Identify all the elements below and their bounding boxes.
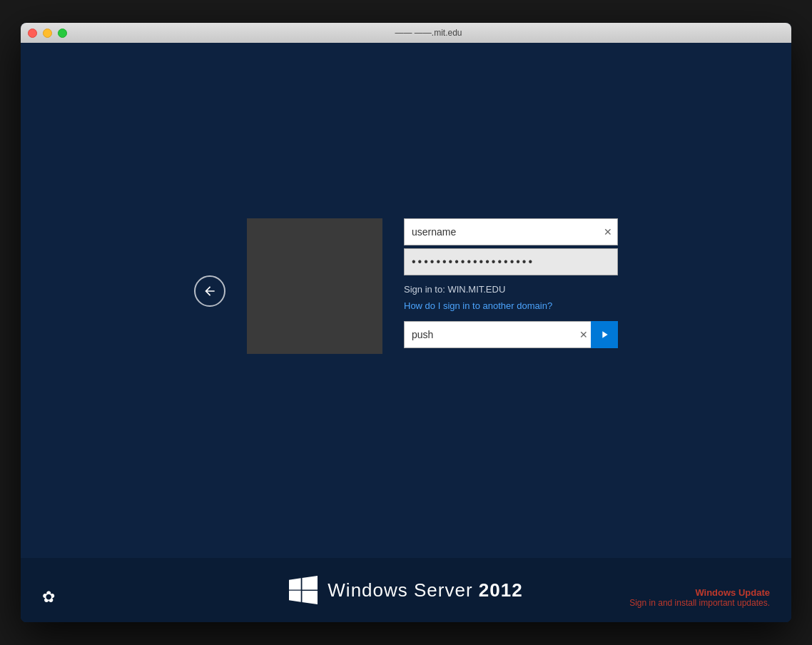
main-area: ✕ Sign in to: WIN.MIT.EDU How do I sign …	[21, 43, 791, 558]
windows-logo-icon	[289, 576, 318, 604]
domain-link[interactable]: How do I sign in to another domain?	[404, 300, 618, 311]
window-title: —— ——.mit.edu	[73, 28, 784, 38]
login-section: ✕ Sign in to: WIN.MIT.EDU How do I sign …	[194, 218, 618, 354]
windows-update: Windows Update Sign in and install impor…	[629, 587, 770, 608]
windows-logo-text: Windows Server 2012	[328, 579, 522, 601]
close-button[interactable]	[28, 29, 37, 38]
update-title: Windows Update	[629, 587, 770, 598]
password-input[interactable]	[404, 248, 618, 275]
password-wrapper	[404, 248, 618, 275]
login-form: ✕ Sign in to: WIN.MIT.EDU How do I sign …	[404, 218, 618, 348]
submit-row: ✕	[404, 321, 618, 348]
username-wrapper: ✕	[404, 218, 618, 245]
maximize-button[interactable]	[58, 29, 67, 38]
minimize-button[interactable]	[43, 29, 52, 38]
mac-window: —— ——.mit.edu ✕	[21, 23, 791, 622]
update-subtitle: Sign in and install important updates.	[629, 598, 770, 608]
window-content: ✕ Sign in to: WIN.MIT.EDU How do I sign …	[21, 43, 791, 622]
windows-logo: Windows Server 2012	[289, 576, 522, 604]
ease-of-access-icon[interactable]: ✿	[42, 588, 55, 606]
user-avatar	[247, 218, 382, 354]
username-input[interactable]	[404, 218, 618, 245]
bottom-bar: ✿ Windows Server 2012 Windows Update Sig…	[21, 558, 791, 622]
titlebar: —— ——.mit.edu	[21, 23, 791, 43]
back-arrow-icon	[203, 284, 217, 298]
submit-clear-icon[interactable]: ✕	[579, 329, 588, 340]
submit-input[interactable]	[404, 321, 591, 348]
username-clear-icon[interactable]: ✕	[604, 227, 612, 237]
sign-in-info: Sign in to: WIN.MIT.EDU	[404, 284, 618, 295]
submit-button[interactable]	[591, 321, 618, 348]
back-button[interactable]	[194, 275, 225, 307]
arrow-right-icon	[599, 329, 610, 340]
